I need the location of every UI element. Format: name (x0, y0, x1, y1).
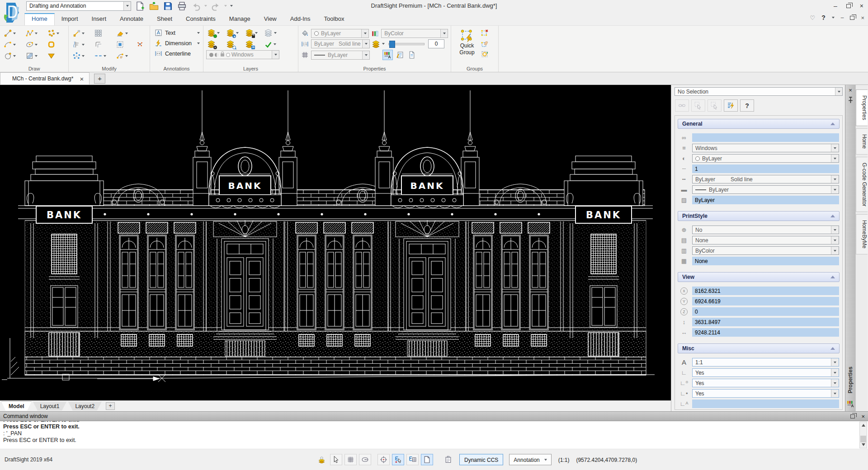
section-misc-header[interactable]: Misc (678, 343, 840, 353)
command-window-header[interactable]: Command window × (0, 412, 868, 421)
dynamic-ccs-button[interactable]: Dynamic CCS (459, 454, 503, 465)
favorites-heart-icon[interactable]: ♡ (810, 14, 816, 21)
tab-home[interactable]: Home (24, 13, 55, 25)
palette-tab-gcode[interactable]: G-code Generator (856, 157, 868, 212)
help-icon[interactable]: ? (821, 14, 826, 21)
add-sheet-button[interactable]: + (106, 402, 115, 410)
new-file-button[interactable] (134, 1, 145, 11)
scroll-thumb[interactable] (860, 436, 866, 442)
center-y-field[interactable]: 6924.6619 (692, 297, 839, 306)
section-general-header[interactable]: General (678, 119, 840, 129)
document-tab-close-icon[interactable]: × (80, 75, 84, 83)
palette-close-icon[interactable]: × (849, 87, 852, 94)
selection-combo[interactable]: No Selection (675, 87, 843, 96)
transparency-field[interactable]: ByLayer (692, 196, 839, 204)
open-file-button[interactable] (148, 1, 159, 11)
redo-button[interactable] (210, 1, 221, 11)
linecolor-field[interactable]: ByLayer (692, 154, 839, 163)
chevron-down-icon[interactable] (123, 2, 131, 10)
center-x-field[interactable]: 8162.6321 (692, 287, 839, 295)
print-table-field[interactable]: None (692, 236, 839, 244)
circle-button[interactable] (3, 51, 23, 61)
line-weight-combo[interactable]: ByLayer (311, 51, 370, 60)
print-monochrome-field[interactable]: No (692, 226, 839, 234)
text-button[interactable]: Text (153, 28, 202, 38)
view-height-field[interactable]: 3631.8497 (692, 318, 839, 326)
stretch-button[interactable] (71, 40, 91, 49)
help-chevron-icon[interactable] (832, 17, 835, 19)
ucs-name-field[interactable] (692, 400, 839, 408)
ungroup-button[interactable] (481, 29, 489, 38)
tab-import[interactable]: Import (55, 13, 85, 25)
explode-button[interactable] (135, 39, 145, 49)
link-tool-button[interactable] (675, 99, 689, 112)
quick-group-button[interactable]: Quick Group (454, 28, 480, 64)
tab-model[interactable]: Model (1, 402, 32, 411)
ccs-icon[interactable] (442, 454, 454, 465)
command-window-float-icon[interactable] (850, 414, 855, 418)
ucs-origin-field[interactable]: Yes (692, 379, 839, 387)
close-button[interactable]: × (860, 0, 863, 12)
print-style-combo[interactable]: ByColor (381, 29, 448, 38)
palette-scroll-area[interactable]: General ∞ ≡Windows ◐ByLayer ┄1 ╍ByLayerS… (675, 115, 843, 410)
move-button[interactable] (71, 28, 91, 38)
tab-sheet[interactable]: Sheet (150, 13, 179, 25)
transparency-slider-thumb[interactable] (389, 41, 395, 48)
layer-add-button[interactable] (225, 28, 244, 38)
trim-button[interactable] (93, 51, 113, 61)
drawing-canvas[interactable]: BANK BANK BANK BANK (0, 85, 671, 400)
print-button[interactable] (176, 1, 187, 11)
command-window-close-icon[interactable]: × (861, 413, 865, 420)
ellipse-button[interactable] (24, 40, 44, 49)
line-color-combo[interactable]: ByLayer (311, 29, 369, 38)
minimize-button[interactable]: – (834, 0, 837, 12)
layer-field[interactable]: Windows (692, 144, 839, 152)
pattern-along-path-button[interactable] (71, 51, 91, 61)
linestyle-field[interactable]: ByLayerSolid line (692, 175, 839, 183)
print-preview-button[interactable] (421, 454, 433, 465)
line-button[interactable] (3, 28, 23, 38)
hyperlink-field[interactable] (692, 133, 839, 142)
pattern-button[interactable] (93, 28, 113, 38)
section-printstyle-header[interactable]: PrintStyle (678, 211, 840, 221)
layer-combo[interactable]: Windows (206, 50, 279, 59)
offset-button[interactable] (93, 40, 113, 49)
save-button[interactable] (162, 1, 173, 11)
layer-lock-button[interactable] (244, 28, 263, 38)
palette-help-button[interactable]: ? (740, 99, 754, 112)
scroll-down-icon[interactable] (862, 443, 865, 446)
dimension-button[interactable]: Dimension (153, 38, 202, 48)
ucs-icon-field[interactable]: Yes (692, 368, 839, 377)
ucs-viewport-field[interactable]: Yes (692, 389, 839, 398)
pointer-mode-button[interactable] (330, 454, 342, 465)
transparency-slider[interactable] (388, 43, 425, 45)
tab-layout1[interactable]: Layout1 (33, 402, 67, 411)
entity-table-button[interactable] (406, 454, 419, 465)
palette-tab-home[interactable]: Home (856, 128, 868, 155)
doc-restore-button[interactable] (850, 16, 854, 20)
layer-apply-button[interactable] (263, 39, 282, 49)
chevron-down-icon[interactable] (272, 51, 279, 59)
entity-track-button[interactable] (392, 454, 404, 465)
properties-doc-button[interactable] (407, 50, 416, 60)
new-document-tab-button[interactable]: + (94, 74, 105, 84)
layer-states-button[interactable] (244, 39, 263, 49)
view-width-field[interactable]: 9248.2114 (692, 328, 839, 337)
tab-manage[interactable]: Manage (222, 13, 257, 25)
ortho-toggle-button[interactable] (359, 454, 371, 465)
layer-manager-button[interactable] (206, 39, 225, 49)
lineweight-field[interactable]: ByLayer (692, 185, 839, 194)
annotation-scale-field[interactable]: 1:1 (692, 358, 839, 367)
workspace-selector[interactable]: Drafting and Annotation (26, 1, 131, 11)
layer-on-button[interactable] (206, 28, 225, 38)
tab-annotate[interactable]: Annotate (113, 13, 150, 25)
undo-chevron-icon[interactable] (204, 5, 207, 7)
group-manager-button[interactable] (481, 51, 489, 60)
palette-pin-icon[interactable] (847, 96, 854, 104)
print-pen-field[interactable]: ByColor (692, 246, 839, 255)
layer-isolate-button[interactable] (263, 28, 282, 38)
edit-grips-button[interactable] (115, 51, 135, 61)
doc-minimize-button[interactable]: – (841, 14, 844, 21)
tab-constraints[interactable]: Constraints (179, 13, 222, 25)
section-view-header[interactable]: View (678, 272, 840, 282)
